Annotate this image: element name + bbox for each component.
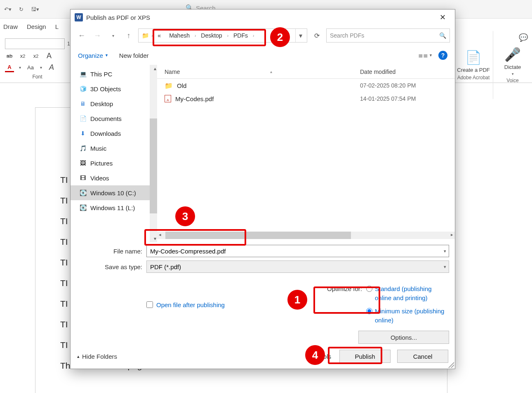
sidebar-item-label: Windows 10 (C:) xyxy=(90,189,136,196)
font-a-icon[interactable]: A xyxy=(45,52,54,61)
sidebar-item[interactable]: ⬇Downloads xyxy=(71,126,157,141)
publish-button[interactable]: Publish xyxy=(339,350,391,363)
filename-input[interactable]: My-Codes-Compressed.pdf▾ xyxy=(146,245,449,257)
undo-icon[interactable]: ↶▾ xyxy=(4,6,12,12)
change-case-icon[interactable]: Aa xyxy=(26,63,35,72)
help-icon[interactable]: ? xyxy=(438,51,447,60)
folder-icon: 📁 xyxy=(140,32,151,39)
sidebar-item[interactable]: 💽Windows 11 (L:) xyxy=(71,200,157,215)
address-dropdown[interactable]: ▾ xyxy=(295,29,305,42)
sidebar-item[interactable]: 💻This PC xyxy=(71,66,157,81)
sidebar-item-label: Videos xyxy=(90,175,109,182)
create-pdf-label[interactable]: Create a PDF xyxy=(457,67,490,73)
dialog-footer: ▴ Hide Folders Tools Publish Cancel xyxy=(71,344,455,369)
sidebar-item-label: 3D Objects xyxy=(90,85,121,92)
options-row: Open file after publishing Optimize for:… xyxy=(71,279,455,325)
hide-folders-toggle[interactable]: ▴ Hide Folders xyxy=(77,353,117,360)
organize-menu[interactable]: Organize ▼ xyxy=(78,52,108,59)
strikethrough-icon[interactable]: ab xyxy=(5,52,14,61)
superscript-icon[interactable]: x2 xyxy=(31,52,40,61)
file-row[interactable]: 📁Old07-02-2025 08:20 PM xyxy=(157,79,455,92)
tab-draw[interactable]: Draw xyxy=(3,23,18,30)
redo-icon[interactable]: ↻ xyxy=(19,6,24,12)
sidebar-scrollbar[interactable]: ▴ ▾ xyxy=(150,65,157,242)
file-date: 14-01-2025 07:54 PM xyxy=(360,95,455,102)
cancel-button[interactable]: Cancel xyxy=(397,350,448,363)
horizontal-scrollbar[interactable]: ◂ ▸ xyxy=(157,232,455,239)
sidebar-item-icon: 🎞 xyxy=(79,174,87,182)
breadcrumb-overflow[interactable]: « xyxy=(153,29,165,42)
sidebar-item-icon: 💽 xyxy=(79,189,87,196)
font-color-icon[interactable]: A xyxy=(5,63,14,72)
sidebar-item[interactable]: 🎞Videos xyxy=(71,170,157,185)
radio[interactable] xyxy=(366,286,372,292)
file-list-area: Name▴ Date modified 📁Old07-02-2025 08:20… xyxy=(157,65,455,242)
column-date[interactable]: Date modified xyxy=(360,69,455,75)
search-folder-input[interactable]: Search PDFs 🔍 xyxy=(326,28,450,43)
dialog-toolbar: Organize ▼ New folder ≣≣ ▼ ? xyxy=(71,46,455,65)
filename-label: File name: xyxy=(76,248,146,255)
sidebar-item-icon: 🖥 xyxy=(79,100,87,107)
sidebar-item-label: Documents xyxy=(90,115,122,122)
refresh-button[interactable]: ⟳ xyxy=(311,29,323,42)
tab-cut[interactable]: L xyxy=(55,23,59,30)
mic-icon[interactable]: 🎤 xyxy=(504,47,521,62)
sidebar-item-icon: 💻 xyxy=(79,70,87,78)
up-button[interactable]: ↑ xyxy=(122,29,135,42)
sidebar-item-icon: 🧊 xyxy=(79,85,87,92)
sidebar-item[interactable]: 💽Windows 10 (C:) xyxy=(71,185,157,200)
forward-button[interactable]: → xyxy=(91,29,104,42)
checkbox[interactable] xyxy=(146,301,153,308)
tab-design[interactable]: Design xyxy=(27,23,46,30)
folder-icon: 📁 xyxy=(165,82,173,90)
scrollbar-thumb[interactable] xyxy=(150,118,157,213)
subscript-icon[interactable]: x2 xyxy=(18,52,27,61)
folder-tree: 💻This PC🧊3D Objects🖥Desktop📄Documents⬇Do… xyxy=(71,65,157,242)
dictate-label[interactable]: Dictate xyxy=(504,64,521,70)
ribbon-group-label: Voice xyxy=(506,78,518,83)
column-name[interactable]: Name xyxy=(165,69,180,75)
dialog-titlebar: W Publish as PDF or XPS ✕ xyxy=(71,9,455,25)
sidebar-item-icon: 🎵 xyxy=(79,144,87,152)
sidebar-item[interactable]: 🖼Pictures xyxy=(71,156,157,170)
savetype-label: Save as type: xyxy=(76,263,146,270)
font-name-selector[interactable] xyxy=(5,38,65,49)
back-button[interactable]: ← xyxy=(75,29,88,42)
sidebar-item-icon: ⬇ xyxy=(79,130,87,137)
ribbon-group-voice: 🎤 Dictate ▾ Voice xyxy=(493,31,532,99)
radio-minimum[interactable]: Minimum size (publishing online) xyxy=(366,307,449,325)
font-size-cut[interactable]: 1 xyxy=(67,41,70,47)
save-icon[interactable]: 🖫▾ xyxy=(31,6,39,12)
sidebar-item[interactable]: 🧊3D Objects xyxy=(71,81,157,96)
open-after-checkbox[interactable]: Open file after publishing xyxy=(76,284,225,325)
radio-standard[interactable]: Standard (publishing online and printing… xyxy=(366,284,449,303)
radio[interactable] xyxy=(366,308,372,314)
view-options[interactable]: ≣≣ ▼ xyxy=(418,52,433,59)
sidebar-item[interactable]: 📄Documents xyxy=(71,111,157,126)
sidebar-item-label: Downloads xyxy=(90,130,121,137)
new-folder-button[interactable]: New folder xyxy=(119,52,149,59)
pdf-icon[interactable]: 📄 xyxy=(465,50,482,65)
resize-grip[interactable] xyxy=(448,362,454,368)
address-bar[interactable]: 📁 › « Mahesh › Desktop › PDFs › ▾ xyxy=(138,28,307,43)
breadcrumb-seg[interactable]: Mahesh xyxy=(165,29,194,42)
recent-dropdown[interactable]: ▾ xyxy=(107,29,119,42)
sidebar-item-label: Windows 11 (L:) xyxy=(90,204,135,211)
sidebar-item-icon: 💽 xyxy=(79,204,87,211)
scrollbar-thumb[interactable] xyxy=(165,232,351,239)
sidebar-item[interactable]: 🖥Desktop xyxy=(71,96,157,111)
sidebar-item[interactable]: 🎵Music xyxy=(71,141,157,156)
file-row[interactable]: AMy-Codes.pdf14-01-2025 07:54 PM xyxy=(157,92,455,105)
ribbon-group-font: 1 ab x2 x2 A A ▾ Aa ▾ A Font xyxy=(2,32,73,81)
options-button[interactable]: Options... xyxy=(358,331,449,344)
search-placeholder: Search PDFs xyxy=(330,32,364,39)
sidebar-item-label: Desktop xyxy=(90,100,113,107)
font-effects-icon[interactable]: A xyxy=(47,63,56,72)
breadcrumb-seg[interactable]: Desktop xyxy=(197,29,226,42)
tools-menu[interactable]: Tools xyxy=(317,353,331,360)
ribbon-group-acrobat: 📄 Create a PDF Adobe Acrobat xyxy=(454,31,493,99)
search-icon: 🔍 xyxy=(439,32,446,39)
savetype-combo[interactable]: PDF (*.pdf)▾ xyxy=(146,260,449,273)
close-button[interactable]: ✕ xyxy=(434,11,451,24)
breadcrumb-seg[interactable]: PDFs xyxy=(229,29,252,42)
